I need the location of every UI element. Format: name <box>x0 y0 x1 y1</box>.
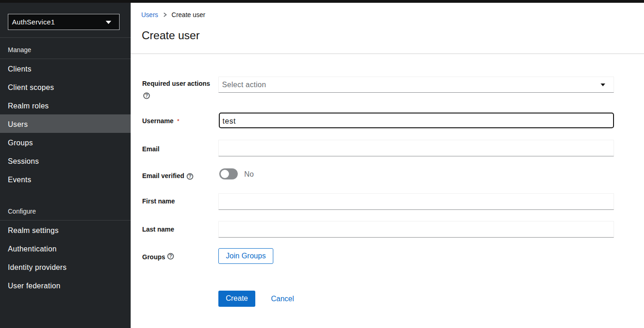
svg-text:?: ? <box>188 174 191 179</box>
svg-text:?: ? <box>145 93 148 98</box>
svg-text:?: ? <box>169 254 172 259</box>
